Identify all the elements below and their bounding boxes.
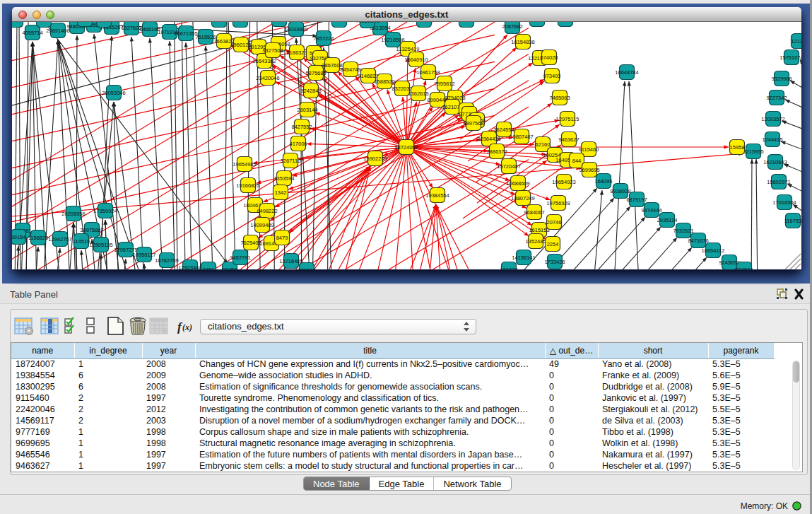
svg-text:15902275: 15902275 (363, 156, 387, 162)
svg-text:18724007: 18724007 (394, 144, 418, 151)
svg-text:9474444: 9474444 (641, 207, 661, 214)
svg-text:79402654: 79402654 (92, 22, 115, 23)
svg-text:13716485: 13716485 (279, 258, 302, 264)
svg-text:7932621: 7932621 (673, 228, 693, 234)
svg-text:20746: 20746 (547, 219, 562, 226)
svg-text:16543362: 16543362 (252, 58, 276, 64)
svg-text:12128: 12128 (792, 38, 801, 45)
svg-text:03413164: 03413164 (327, 22, 351, 23)
svg-text:9463627: 9463627 (558, 136, 579, 143)
svg-text:19654923: 19654923 (552, 179, 575, 185)
svg-text:9242848: 9242848 (300, 88, 321, 94)
svg-text:12942757: 12942757 (48, 236, 71, 243)
svg-text:19166825: 19166825 (236, 182, 259, 189)
svg-text:1342: 1342 (275, 189, 287, 196)
svg-text:417006: 417006 (289, 141, 307, 147)
svg-text:16782759: 16782759 (155, 257, 178, 264)
svg-text:4055714: 4055714 (22, 30, 42, 36)
svg-text:7857224: 7857224 (313, 35, 334, 42)
svg-text:11325419: 11325419 (396, 46, 420, 52)
svg-text:10688609: 10688609 (506, 180, 529, 187)
svg-text:1244415: 1244415 (762, 136, 782, 143)
svg-text:3267110: 3267110 (281, 158, 301, 164)
svg-text:1615153: 1615153 (529, 227, 549, 233)
svg-text:7515526: 7515526 (195, 34, 216, 40)
svg-text:10961758: 10961758 (416, 69, 440, 76)
svg-text:1156829: 1156829 (28, 235, 49, 241)
svg-text:164095: 164095 (594, 178, 612, 185)
svg-text:16154838: 16154838 (511, 39, 534, 45)
svg-text:2803144: 2803144 (297, 107, 317, 113)
svg-text:16640910: 16640910 (404, 57, 428, 63)
svg-text:18495931: 18495931 (267, 22, 290, 23)
svg-text:72423884: 72423884 (553, 22, 577, 23)
svg-text:9329966: 9329966 (771, 76, 792, 82)
svg-text:2254: 2254 (547, 241, 559, 247)
svg-text:8471676: 8471676 (688, 238, 708, 244)
svg-text:2450: 2450 (203, 267, 215, 270)
svg-text:3624554: 3624554 (493, 127, 514, 133)
svg-text:8215955: 8215955 (743, 148, 763, 155)
svg-text:8938928: 8938928 (610, 188, 630, 194)
svg-text:8479: 8479 (276, 235, 288, 241)
svg-text:75255341: 75255341 (355, 22, 379, 24)
svg-text:12975115: 12975115 (556, 116, 579, 122)
svg-text:17359924: 17359924 (93, 208, 117, 214)
svg-text:771265: 771265 (298, 267, 315, 270)
svg-text:8454749: 8454749 (340, 66, 360, 73)
svg-text:973493: 973493 (543, 73, 560, 79)
svg-text:9327508: 9327508 (262, 47, 283, 54)
svg-text:9227342: 9227342 (766, 95, 787, 101)
svg-text:19600133: 19600133 (32, 22, 55, 23)
svg-text:1733426: 1733426 (544, 259, 565, 265)
svg-text:7955812: 7955812 (434, 81, 454, 87)
svg-text:1527602: 1527602 (121, 25, 141, 31)
svg-text:92450: 92450 (223, 267, 237, 270)
svg-text:23511615: 23511615 (208, 22, 231, 23)
svg-text:14099489: 14099489 (250, 222, 273, 228)
svg-text:9115460: 9115460 (579, 146, 599, 153)
svg-text:8498222: 8498222 (257, 208, 277, 214)
svg-text:20364436: 20364436 (477, 136, 500, 142)
svg-text:23420046: 23420046 (256, 75, 279, 81)
svg-text:41395376: 41395376 (525, 22, 548, 23)
svg-text:16671355: 16671355 (174, 30, 197, 37)
svg-text:1362615: 1362615 (408, 90, 428, 97)
svg-text:674028: 674028 (540, 54, 558, 61)
svg-text:(x): (x) (182, 322, 192, 332)
svg-text:7625402: 7625402 (240, 240, 261, 246)
svg-text:30975887: 30975887 (80, 227, 103, 233)
svg-text:15720407: 15720407 (497, 163, 520, 170)
svg-text:83503056: 83503056 (454, 22, 478, 23)
svg-text:8186323: 8186323 (286, 49, 307, 56)
svg-text:8427552: 8427552 (291, 124, 312, 130)
svg-text:17016504: 17016504 (772, 199, 796, 206)
svg-text:2867608: 2867608 (322, 62, 342, 69)
svg-text:1353594: 1353594 (273, 175, 294, 182)
svg-text:9457791: 9457791 (230, 255, 250, 261)
svg-text:10654112: 10654112 (702, 247, 725, 254)
svg-text:20053346: 20053346 (102, 90, 125, 96)
svg-text:15958: 15958 (730, 144, 745, 151)
svg-text:9684067: 9684067 (524, 209, 544, 216)
svg-text:62160: 62160 (536, 141, 551, 148)
svg-text:20206556: 20206556 (61, 211, 85, 217)
svg-text:15692971: 15692971 (767, 179, 790, 185)
svg-text:116753: 116753 (784, 218, 801, 224)
svg-text:19756928: 19756928 (546, 200, 570, 206)
svg-text:114519: 114519 (73, 238, 90, 245)
svg-text:6897568: 6897568 (463, 120, 483, 127)
svg-text:39154: 39154 (12, 234, 25, 240)
svg-text:924504: 924504 (735, 267, 753, 270)
svg-text:844: 844 (572, 158, 582, 164)
svg-text:16033809: 16033809 (284, 26, 307, 33)
svg-text:12093572: 12093572 (761, 116, 784, 122)
svg-text:6466160: 6466160 (139, 26, 160, 33)
svg-text:10958117: 10958117 (133, 252, 156, 258)
svg-text:19384554: 19384554 (425, 192, 449, 199)
svg-text:18807249: 18807249 (511, 195, 534, 201)
svg-text:2087682: 2087682 (502, 23, 522, 30)
svg-text:9699695: 9699695 (579, 167, 599, 173)
svg-text:14136141: 14136141 (512, 255, 535, 261)
svg-text:16210643: 16210643 (763, 159, 787, 165)
